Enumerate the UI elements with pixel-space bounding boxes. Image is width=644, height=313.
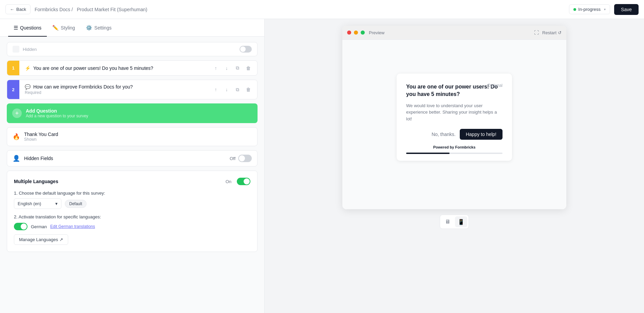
move-down-button-2[interactable]: ↓: [222, 85, 231, 94]
hidden-row: Hidden: [7, 42, 258, 56]
add-plus-icon: +: [12, 109, 22, 118]
add-question-subtitle: Add a new question to your survey: [26, 114, 88, 118]
tab-questions-label: Questions: [20, 25, 41, 31]
question-number-1: 1: [7, 61, 19, 75]
default-badge: Default: [65, 200, 87, 208]
main-layout: ☰ Questions ✏️ Styling ⚙️ Settings Hidde…: [0, 19, 644, 313]
progress-bar: [406, 153, 503, 154]
move-down-button-1[interactable]: ↓: [222, 63, 231, 73]
default-language-select[interactable]: English (en) ▾: [14, 198, 61, 209]
survey-description: We would love to understand your user ex…: [406, 102, 503, 122]
tab-settings[interactable]: ⚙️ Settings: [80, 19, 117, 37]
default-lang-value: English (en): [18, 201, 41, 206]
breadcrumb: Formbricks Docs / Product Market Fit (Su…: [35, 7, 147, 12]
add-question-body: Add Question Add a new question to your …: [26, 108, 88, 118]
hidden-fields-toggle[interactable]: [238, 155, 252, 162]
back-button[interactable]: ← Back: [5, 4, 31, 14]
step1-label: 1. Choose the default language for this …: [14, 191, 250, 196]
step2-label: 2. Activate translation for specific lan…: [14, 214, 250, 219]
manage-languages-label: Manage Languages ↗: [19, 237, 63, 242]
question-actions-2: ↑ ↓ ⧉ 🗑: [211, 85, 257, 94]
desktop-view-button[interactable]: 🖥: [441, 216, 454, 227]
delete-button-2[interactable]: 🗑: [244, 85, 253, 94]
left-panel: ☰ Questions ✏️ Styling ⚙️ Settings Hidde…: [0, 19, 265, 313]
manage-languages-button[interactable]: Manage Languages ↗: [14, 234, 68, 245]
question-title-2: 💬 How can we improve Formbricks Docs for…: [25, 84, 206, 90]
survey-action-buttons: No, thanks. Happy to help!: [406, 129, 503, 140]
tab-questions[interactable]: ☰ Questions: [8, 19, 47, 37]
move-up-button-1[interactable]: ↑: [211, 63, 221, 73]
hidden-toggle[interactable]: [240, 46, 252, 53]
mobile-view-button[interactable]: 📱: [455, 216, 467, 227]
restart-label: Restart: [542, 30, 556, 35]
thank-you-icon: 🔥: [13, 133, 20, 140]
hidden-fields-status: Off: [230, 156, 235, 161]
add-question-title: Add Question: [26, 108, 88, 114]
hidden-dot-icon: [13, 46, 19, 53]
tab-settings-label: Settings: [94, 25, 112, 31]
thank-you-body: Thank You Card Shown: [24, 132, 252, 142]
languages-status: On: [226, 179, 231, 184]
hidden-fields-card: 👤 Hidden Fields Off: [7, 150, 258, 167]
question-card-1: 1 ⚡ You are one of our power users! Do y…: [7, 60, 258, 76]
breadcrumb-prefix: Formbricks Docs /: [35, 7, 73, 12]
hidden-fields-icon: 👤: [13, 155, 20, 162]
settings-tab-icon: ⚙️: [86, 25, 92, 31]
survey-no-button[interactable]: No, thanks.: [432, 132, 456, 137]
add-question-card[interactable]: + Add Question Add a new question to you…: [7, 103, 258, 123]
question-type-icon-1: ⚡: [25, 65, 31, 71]
preview-actions: ⛶ Restart ↺: [533, 29, 562, 36]
device-switcher: 🖥 📱: [440, 215, 469, 229]
tabs-bar: ☰ Questions ✏️ Styling ⚙️ Settings: [0, 19, 264, 37]
hidden-fields-title: Hidden Fields: [24, 156, 226, 161]
question-body-1: ⚡ You are one of our power users! Do you…: [19, 61, 211, 75]
delete-button-1[interactable]: 🗑: [244, 63, 253, 73]
edit-german-link[interactable]: Edit German translations: [50, 224, 95, 229]
save-button[interactable]: Save: [614, 4, 639, 15]
tab-styling[interactable]: ✏️ Styling: [47, 19, 80, 37]
move-up-button-2[interactable]: ↑: [211, 85, 221, 94]
survey-card: Optional You are one of our power users!…: [397, 74, 512, 161]
copy-button-2[interactable]: ⧉: [233, 85, 242, 94]
survey-yes-button[interactable]: Happy to help!: [460, 129, 503, 140]
preview-label: Preview: [369, 30, 531, 35]
status-label: In-progress: [578, 7, 601, 12]
top-nav: ← Back Formbricks Docs / Product Market …: [0, 0, 644, 19]
powered-by: Powered by Formbricks: [406, 145, 503, 149]
chevron-down-icon: ▾: [604, 7, 606, 11]
german-lang-name: German: [31, 224, 47, 229]
brand-name: Formbricks: [455, 145, 475, 149]
restart-button[interactable]: Restart ↺: [542, 30, 562, 35]
tab-styling-label: Styling: [61, 25, 75, 31]
back-label: Back: [16, 7, 26, 12]
fullscreen-button[interactable]: ⛶: [533, 29, 539, 36]
multiple-languages-toggle[interactable]: [237, 178, 250, 185]
copy-button-1[interactable]: ⧉: [233, 63, 242, 73]
traffic-light-yellow: [354, 31, 358, 35]
progress-fill: [406, 153, 450, 154]
lang-row-german: German Edit German translations: [14, 223, 250, 230]
hidden-label: Hidden: [23, 47, 37, 52]
preview-titlebar: Preview ⛶ Restart ↺: [342, 26, 566, 40]
languages-header: Multiple Languages On: [14, 178, 250, 185]
question-actions-1: ↑ ↓ ⧉ 🗑: [211, 63, 257, 73]
german-language-toggle[interactable]: [14, 223, 27, 230]
traffic-light-red: [347, 31, 351, 35]
multiple-languages-section: Multiple Languages On 1. Choose the defa…: [7, 171, 258, 252]
thank-you-card[interactable]: 🔥 Thank You Card Shown: [7, 127, 258, 146]
left-content: Hidden 1 ⚡ You are one of our power user…: [0, 37, 264, 313]
survey-optional-label: Optional: [487, 83, 503, 88]
question-number-2: 2: [7, 80, 19, 99]
styling-tab-icon: ✏️: [52, 25, 59, 31]
thank-you-subtitle: Shown: [24, 137, 252, 142]
status-badge[interactable]: In-progress ▾: [569, 4, 610, 14]
preview-window: Preview ⛶ Restart ↺ Optional You are one…: [342, 26, 566, 209]
question-type-icon-2: 💬: [25, 84, 31, 90]
breadcrumb-current: Product Market Fit (Superhuman): [77, 7, 147, 12]
hidden-fields-body: Hidden Fields: [24, 156, 226, 161]
preview-body: Optional You are one of our power users!…: [342, 40, 566, 209]
thank-you-title: Thank You Card: [24, 132, 252, 137]
restart-icon: ↺: [558, 30, 562, 35]
traffic-light-green: [361, 31, 365, 35]
lang-select-chevron: ▾: [55, 201, 58, 206]
